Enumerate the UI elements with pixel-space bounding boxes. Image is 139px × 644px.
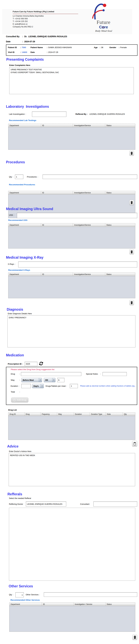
other-col-id[interactable]: ID <box>42 602 74 606</box>
xray-table-body[interactable] <box>8 276 135 298</box>
other-col-investigation[interactable]: Investigation / Service <box>74 602 106 606</box>
chevron-down-icon[interactable]: ▼ <box>39 378 42 382</box>
drug-col-note[interactable]: Note <box>106 412 123 416</box>
lab-col-department[interactable]: Department <box>8 124 41 127</box>
trash-outline-icon <box>133 442 136 446</box>
uss-col-status[interactable]: Status <box>105 224 135 227</box>
recommended-lab-testings-link[interactable]: Recommended Lab Testings <box>9 119 36 122</box>
section-title-xray: Medical Imaging X-Ray <box>6 256 44 260</box>
reffering-doctor-input[interactable] <box>26 502 66 506</box>
other-col-department[interactable]: Department <box>10 602 42 606</box>
drug-col-duration-type[interactable]: Duration Type <box>90 412 106 416</box>
recommended-xray-link[interactable]: Recommended X-Rays <box>8 269 30 271</box>
frequency-select[interactable]: OD ▼ <box>44 378 56 382</box>
reffered-by-colon: : <box>87 113 88 115</box>
duration-label-group: Duration : <box>10 385 20 387</box>
uss-col-id[interactable]: ID <box>41 224 73 227</box>
add-drug-button[interactable]: + Add Drug <box>11 398 28 402</box>
way-select-value: Before Meal <box>22 379 39 381</box>
referrals-list-box[interactable] <box>9 508 135 581</box>
diagnosis-textarea[interactable]: EARLY PREGNANCY <box>8 315 136 348</box>
proc-col-status[interactable]: Status <box>105 191 135 194</box>
drug-input[interactable] <box>21 372 81 376</box>
total-label: Total <box>11 391 15 393</box>
clear-lab-button[interactable] <box>130 150 134 156</box>
duration-unit-select[interactable]: Day/s ▼ <box>32 384 44 388</box>
recommended-other-services-link[interactable]: Recommended Other Services <box>10 599 40 601</box>
proc-table-header: Department ID Investigation/Service Stat… <box>8 191 135 194</box>
proc-col-investigation[interactable]: Investigation/Service <box>73 191 105 194</box>
drug-col-drug[interactable]: Drug <box>24 412 41 416</box>
xray-colon: : <box>15 263 16 265</box>
lab-investigation-colon: : <box>26 113 26 115</box>
drug-warning-text: Please select the Drug from Drug suggess… <box>11 368 54 370</box>
uss-table-body[interactable] <box>8 227 135 248</box>
chevron-down-icon[interactable]: ▼ <box>52 378 55 382</box>
heart-icon: ♥ <box>102 26 104 28</box>
xray-col-department[interactable]: Department <box>8 273 41 276</box>
chevron-down-icon[interactable]: ▼ <box>40 384 44 388</box>
clear-diagnosis-button[interactable] <box>130 300 134 305</box>
lab-investigation-input[interactable] <box>32 112 66 117</box>
company-registration: Company No.8417652-2 <box>13 26 33 28</box>
proc-qty-input[interactable] <box>15 174 23 179</box>
clear-uss-button[interactable] <box>130 249 134 254</box>
proc-col-department[interactable]: Department <box>8 191 41 194</box>
drug-col-id[interactable]: Drug ID <box>8 412 24 416</box>
clear-proc-button[interactable] <box>130 200 134 205</box>
recommended-procedures-link[interactable]: Recommended Procedures <box>9 184 35 186</box>
uss-col-department[interactable]: Department <box>8 224 41 227</box>
visit-date-colon: : <box>47 51 48 53</box>
way-label: Way <box>11 379 15 381</box>
lab-col-id[interactable]: ID <box>41 124 73 127</box>
consulted-by-label: Consulted By <box>6 35 22 38</box>
special-notes-colon: : <box>100 373 101 375</box>
duration-input[interactable] <box>21 384 31 388</box>
drug-list-label: Drug List <box>8 409 17 411</box>
age-colon: : <box>100 46 100 48</box>
drug-col-duration[interactable]: Duration <box>74 412 90 416</box>
drug-col-frequency[interactable]: Fequency <box>40 412 57 416</box>
proc-qty-colon: : <box>13 176 13 178</box>
clear-other-button[interactable] <box>132 634 137 640</box>
xray-input[interactable] <box>18 262 137 268</box>
other-col-status[interactable]: Status <box>106 602 135 606</box>
prescription-id-input[interactable] <box>25 362 37 366</box>
date-colon: : <box>22 40 23 43</box>
lab-table-body[interactable] <box>8 127 135 150</box>
proc-input[interactable] <box>42 174 137 179</box>
drug-col-way[interactable]: Way <box>57 412 74 416</box>
lab-col-investigation[interactable]: Investigation/Service <box>73 124 105 127</box>
patient-id-colon: : <box>20 46 21 48</box>
lab-table-header: Department ID Investigation/Service Stat… <box>8 124 135 127</box>
age-value: 36 <box>101 46 103 48</box>
advice-label: Enter Doctor's Advice Here <box>9 450 32 452</box>
way-select[interactable]: Before Meal ▼ <box>21 378 42 382</box>
uss-input[interactable] <box>17 213 137 218</box>
refresh-prescription-button[interactable] <box>38 361 44 366</box>
clear-advice-button[interactable] <box>132 441 137 446</box>
per-meal-input[interactable] <box>70 384 78 388</box>
xray-col-status[interactable]: Status <box>105 273 135 276</box>
other-table-body[interactable] <box>9 606 135 632</box>
complaints-textarea[interactable]: URINE PREGNANCY TEST POSITIVE GYNAE USSR… <box>9 67 134 94</box>
other-services-input[interactable] <box>44 592 137 597</box>
duration-unit-value: Day/s <box>32 385 40 387</box>
company-email: E: jude@future.sc <box>13 23 28 25</box>
uss-col-investigation[interactable]: Investigation/Service <box>73 224 105 227</box>
lab-col-status[interactable]: Status <box>105 124 135 127</box>
special-notes-input[interactable] <box>102 372 127 376</box>
xray-col-id[interactable]: ID <box>41 273 73 276</box>
proc-label: Procedures <box>27 176 37 178</box>
way-qty-input[interactable] <box>57 378 64 382</box>
xray-col-investigation[interactable]: Investigation/Service <box>73 273 105 276</box>
proc-col-id[interactable]: ID <box>41 191 73 194</box>
other-qty-input[interactable] <box>16 592 24 598</box>
drug-entry-box: Please select the Drug from Drug suggess… <box>6 367 137 405</box>
consultant-input[interactable] <box>94 502 137 506</box>
drug-table-body[interactable] <box>8 416 135 440</box>
drug-col-qty[interactable]: Qty <box>123 412 135 416</box>
logo-care-a: ♥ <box>102 26 104 28</box>
recommended-uss-link[interactable]: Recommended USS <box>8 219 27 221</box>
advice-textarea[interactable]: REPATED USS IN TWO WEEK <box>9 453 135 486</box>
